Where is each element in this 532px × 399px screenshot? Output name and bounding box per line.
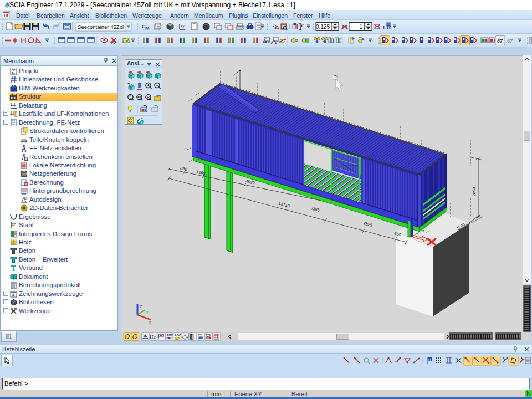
svg-text:67: 67 [497,38,503,44]
svg-text:xy: xy [181,24,185,28]
svg-text:860: 860 [180,166,187,172]
svg-text:Z: Z [140,304,142,309]
svg-text:2825: 2825 [362,221,372,228]
svg-text:0.125: 0.125 [316,24,330,30]
svg-text:ABC: ABC [175,334,181,337]
svg-text:X: X [149,320,152,325]
svg-text:R: R [428,358,431,361]
svg-text:2898: 2898 [472,187,477,197]
svg-text:Y: Y [146,310,149,315]
svg-text:ABC: ABC [166,334,173,337]
svg-text:67: 67 [507,38,513,44]
svg-text:R: R [147,95,150,99]
svg-text:1: 1 [359,24,362,30]
svg-text:Seecontainer 45Zol: Seecontainer 45Zol [78,24,124,30]
svg-text:?: ? [301,23,304,28]
svg-text:3385: 3385 [310,206,320,213]
svg-text:860: 860 [393,231,401,238]
svg-text:13710: 13710 [278,201,290,209]
svg-text:M: M [145,25,150,31]
